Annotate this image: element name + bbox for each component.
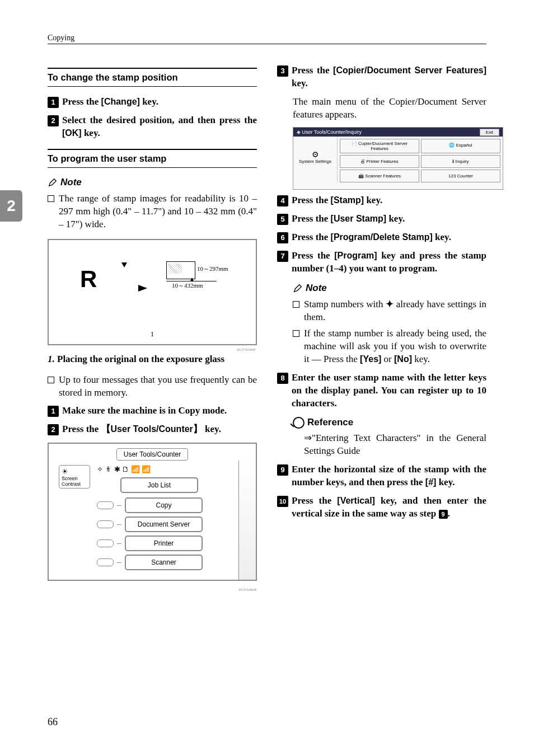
screenshot-user-tools: ◈ User Tools/Counter/Inquiry Exit ⚙Syste… xyxy=(277,127,502,189)
yes-key: [Yes] xyxy=(360,354,381,364)
bullet-icon xyxy=(293,330,299,337)
step-number-7: 7 xyxy=(277,251,288,262)
screen-contrast: ☀ScreenContrast xyxy=(59,465,90,489)
step-number-9: 9 xyxy=(277,464,288,476)
magnifier-icon xyxy=(293,417,305,429)
bullet-memory: Up to four messages that you use frequen… xyxy=(48,374,257,400)
pencil-icon xyxy=(48,177,58,187)
step-1-change: 1 Press the [Change] key. xyxy=(48,96,257,109)
step-number-3: 3 xyxy=(277,65,288,77)
vertical-key: [Vertical] xyxy=(337,496,375,505)
copy-button: Copy xyxy=(125,497,203,513)
step-8-enter-name: 8 Enter the user stamp name with the let… xyxy=(277,372,486,410)
reference-heading: Reference xyxy=(277,417,486,429)
subheading-change-position: To change the stamp position xyxy=(48,68,257,87)
subheading-program-stamp: To program the user stamp xyxy=(48,149,257,168)
step-number-8: 8 xyxy=(277,373,288,384)
step-number-1: 1 xyxy=(48,97,59,108)
note-bullet-overwrite: If the stamp number is already being use… xyxy=(277,327,486,366)
control-panel-figure: User Tools/Counter ☀ScreenContrast ✧ 🛉 ✱… xyxy=(48,443,257,581)
figure-r-label: R xyxy=(80,266,97,293)
diamond-arrow-icon: ✦ xyxy=(386,299,394,309)
bullet-icon xyxy=(293,301,299,308)
step-number-4: 4 xyxy=(277,195,288,206)
doc-server-button: Document Server xyxy=(125,516,203,532)
user-tools-key: User Tools/Counter xyxy=(111,424,193,434)
step-7-program: 7 Press the [Program] key and press the … xyxy=(277,250,486,275)
chapter-tab: 2 xyxy=(0,190,22,222)
page-header: Copying xyxy=(48,34,486,44)
printer-button: Printer xyxy=(125,536,203,551)
step-number-5: 5 xyxy=(277,214,288,225)
step-1-copy-mode: 1 Make sure the machine is in Copy mode. xyxy=(48,405,257,417)
change-key: [Change] xyxy=(101,97,140,106)
arrow-down-icon xyxy=(121,262,127,267)
reference-text: ⇒"Entering Text Characters" in the Gener… xyxy=(277,432,486,458)
no-key: [No] xyxy=(394,354,412,364)
step-ref-9: 9 xyxy=(439,510,448,519)
pencil-icon xyxy=(293,283,303,293)
bullet-icon xyxy=(48,195,54,202)
figure-caption: 1 xyxy=(151,330,154,339)
step-number-6: 6 xyxy=(277,232,288,243)
step-number-10: 10 xyxy=(277,496,288,507)
program-delete-key: [Program/Delete Stamp] xyxy=(331,232,433,242)
panel-id: ZGVS060E xyxy=(48,588,257,592)
page-number: 66 xyxy=(48,716,58,728)
step-4-stamp: 4 Press the [Stamp] key. xyxy=(277,194,486,207)
procedure-heading: 1. Placing the original on the exposure … xyxy=(48,353,257,366)
step-5-user-stamp: 5 Press the [User Stamp] key. xyxy=(277,213,486,226)
stamp-key: [Stamp] xyxy=(331,195,364,205)
hash-key: [#] xyxy=(425,477,437,487)
bullet-icon xyxy=(48,377,54,383)
dim-height: 10～297mm xyxy=(197,265,228,273)
step-9-horizontal: 9 Enter the horizontal size of the stamp… xyxy=(277,463,486,489)
ok-key: [OK] xyxy=(62,128,82,138)
dim-width: 10～432mm xyxy=(172,281,203,290)
copier-features-key: [Copier/Document Server Features] xyxy=(333,65,486,75)
note-bullet-range: The range of stamp images for readabilit… xyxy=(48,192,257,231)
step-number-1: 1 xyxy=(48,406,59,417)
step-2-user-tools: 2 Press the 【User Tools/Counter】 key. xyxy=(48,423,257,436)
right-column: 3 Press the [Copier/Document Server Feat… xyxy=(277,59,486,592)
step-number-2: 2 xyxy=(48,115,59,126)
job-list-button: Job List xyxy=(120,477,198,493)
arrow-right-icon xyxy=(138,285,147,292)
figure-stamp-dimensions: R 10～297mm 10～432mm 1 ZGVX040E xyxy=(48,239,257,345)
user-stamp-key: [User Stamp] xyxy=(331,214,387,223)
step-3-description: The main menu of the Copier/Document Ser… xyxy=(277,96,486,121)
step-6-program-delete: 6 Press the [Program/Delete Stamp] key. xyxy=(277,231,486,244)
left-column: To change the stamp position 1 Press the… xyxy=(48,59,257,592)
step-2-select-position: 2 Select the desired position, and then … xyxy=(48,114,257,140)
figure-id: ZGVX040E xyxy=(237,348,256,352)
scanner-button: Scanner xyxy=(125,555,203,570)
step-number-2: 2 xyxy=(48,424,59,435)
panel-title: User Tools/Counter xyxy=(116,448,189,461)
note-bullet-diamond: Stamp numbers with ✦ already have settin… xyxy=(277,298,486,324)
step-10-vertical: 10 Press the [Vertical] key, and then en… xyxy=(277,495,486,520)
step-3-copier-features: 3 Press the [Copier/Document Server Feat… xyxy=(277,64,486,90)
note-heading: Note xyxy=(48,177,257,188)
program-key: [Program] xyxy=(334,251,377,260)
note-heading: Note xyxy=(277,283,486,294)
